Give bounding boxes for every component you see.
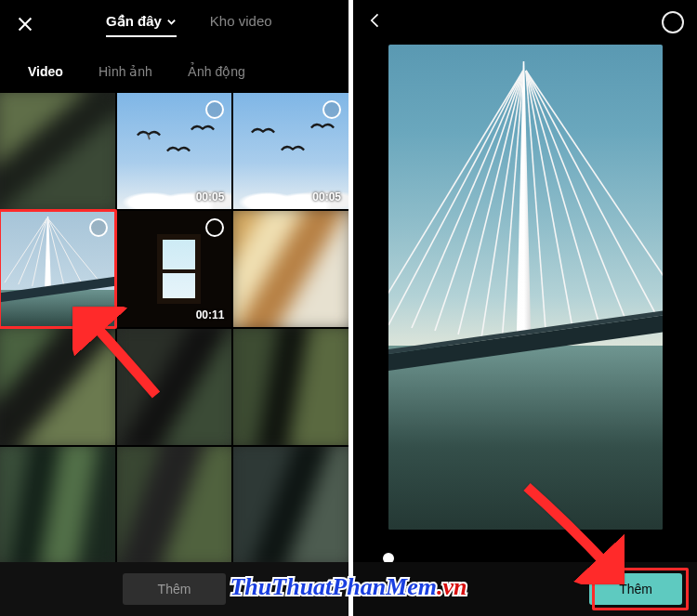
media-tab-image[interactable]: Hình ảnh [99, 64, 152, 79]
media-thumb[interactable] [0, 447, 115, 563]
scissors-icon [364, 582, 380, 597]
cut-label: Cắt [386, 582, 407, 596]
media-thumb[interactable]: 00:11 [117, 211, 232, 327]
thumb-duration: 00:31 [79, 308, 108, 321]
media-thumb[interactable] [233, 211, 348, 327]
thumb-duration: 00:05 [196, 190, 225, 203]
gallery-header: Gần đây Kho video [0, 0, 348, 50]
media-thumb[interactable] [117, 329, 232, 445]
preview-header [353, 0, 697, 45]
select-circle-icon[interactable] [322, 100, 341, 119]
preview-zone [353, 45, 697, 562]
media-thumb[interactable] [233, 447, 348, 563]
video-preview[interactable] [388, 45, 663, 530]
back-icon[interactable] [366, 11, 385, 33]
media-thumb[interactable] [0, 93, 115, 209]
gallery-footer: Thêm [0, 562, 348, 616]
media-thumb[interactable]: 00:05 [233, 93, 348, 209]
media-type-tabs: Video Hình ảnh Ảnh động [0, 50, 348, 93]
svg-line-1 [19, 218, 47, 284]
media-thumb[interactable] [117, 447, 232, 563]
media-thumb[interactable] [0, 329, 115, 445]
preview-screen: Cắt Thêm [353, 0, 697, 616]
cut-button[interactable]: Cắt [364, 582, 407, 597]
media-thumb[interactable]: 00:05 [117, 93, 232, 209]
add-button-disabled[interactable]: Thêm [123, 573, 227, 605]
media-thumb[interactable] [233, 329, 348, 445]
add-button[interactable]: Thêm [589, 573, 682, 605]
tab-video-library[interactable]: Kho video [210, 13, 272, 37]
preview-footer: Cắt Thêm [353, 562, 697, 616]
svg-line-2 [33, 218, 47, 286]
thumb-duration: 00:05 [312, 190, 341, 203]
thumb-duration: 00:11 [196, 308, 225, 321]
close-icon[interactable] [15, 14, 35, 37]
media-grid: 00:05 00:05 [0, 93, 348, 562]
tab-recent[interactable]: Gần đây [106, 13, 177, 37]
svg-line-4 [47, 218, 83, 285]
media-tab-gif[interactable]: Ảnh động [188, 64, 245, 79]
tab-recent-label: Gần đây [106, 13, 162, 30]
svg-line-0 [5, 218, 47, 282]
gallery-picker-screen: Gần đây Kho video Video Hình ảnh Ảnh độn… [0, 0, 348, 616]
media-tab-video[interactable]: Video [28, 64, 63, 79]
select-circle-icon[interactable] [662, 11, 684, 33]
select-circle-icon[interactable] [89, 218, 108, 237]
media-thumb[interactable]: 00:31 [0, 211, 115, 327]
chevron-down-icon [166, 17, 177, 27]
